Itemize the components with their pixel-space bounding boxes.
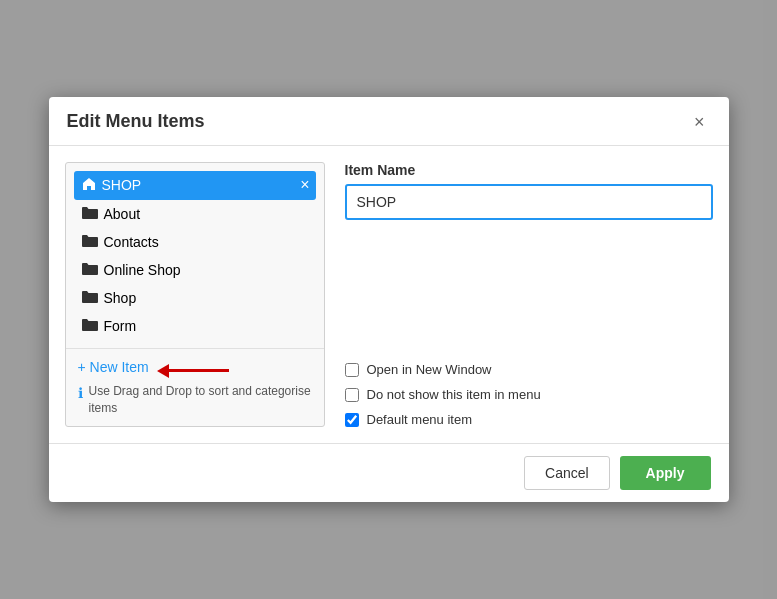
item-name-label: Item Name	[345, 162, 713, 178]
default-menu-label: Default menu item	[367, 412, 473, 427]
drag-hint: ℹ Use Drag and Drop to sort and categori…	[78, 383, 312, 417]
modal-overlay: Edit Menu Items × SHOP	[0, 0, 777, 599]
menu-item-form[interactable]: Form	[74, 312, 316, 340]
default-menu-row[interactable]: Default menu item	[345, 412, 713, 427]
modal-header: Edit Menu Items ×	[49, 97, 729, 146]
folder-icon-contacts	[82, 234, 98, 250]
menu-item-about[interactable]: About	[74, 200, 316, 228]
folder-icon-shop2	[82, 290, 98, 306]
right-panel: Item Name Open in New Window Do not show…	[345, 162, 713, 428]
cancel-button[interactable]: Cancel	[524, 456, 610, 490]
drag-hint-text: Use Drag and Drop to sort and categorise…	[89, 383, 312, 417]
info-icon: ℹ	[78, 384, 83, 404]
close-button[interactable]: ×	[688, 111, 711, 133]
do-not-show-label: Do not show this item in menu	[367, 387, 541, 402]
open-new-window-label: Open in New Window	[367, 362, 492, 377]
menu-item-form-label: Form	[104, 318, 137, 334]
checkboxes-section: Open in New Window Do not show this item…	[345, 362, 713, 427]
modal-footer: Cancel Apply	[49, 443, 729, 502]
menu-item-contacts-label: Contacts	[104, 234, 159, 250]
arrow-head	[157, 364, 169, 378]
menu-item-online-shop[interactable]: Online Shop	[74, 256, 316, 284]
arrow-decoration	[157, 364, 229, 378]
menu-item-shop2[interactable]: Shop	[74, 284, 316, 312]
folder-icon-online-shop	[82, 262, 98, 278]
do-not-show-row[interactable]: Do not show this item in menu	[345, 387, 713, 402]
menu-list-footer: + New Item ℹ Use Drag and Drop to sort a…	[66, 348, 324, 427]
menu-item-shop2-label: Shop	[104, 290, 137, 306]
menu-item-contacts[interactable]: Contacts	[74, 228, 316, 256]
menu-item-online-shop-label: Online Shop	[104, 262, 181, 278]
do-not-show-checkbox[interactable]	[345, 388, 359, 402]
folder-icon-form	[82, 318, 98, 334]
menu-item-shop[interactable]: SHOP ×	[74, 171, 316, 200]
folder-icon-about	[82, 206, 98, 222]
open-new-window-checkbox[interactable]	[345, 363, 359, 377]
menu-item-about-label: About	[104, 206, 141, 222]
open-new-window-row[interactable]: Open in New Window	[345, 362, 713, 377]
item-name-input[interactable]	[345, 184, 713, 220]
edit-menu-items-dialog: Edit Menu Items × SHOP	[49, 97, 729, 503]
new-item-button[interactable]: + New Item	[78, 359, 149, 375]
menu-item-shop-label: SHOP	[102, 177, 142, 193]
menu-items-container: SHOP × About	[66, 163, 324, 348]
remove-shop-button[interactable]: ×	[300, 177, 309, 193]
default-menu-checkbox[interactable]	[345, 413, 359, 427]
arrow-line	[169, 369, 229, 372]
modal-body: SHOP × About	[49, 146, 729, 444]
apply-button[interactable]: Apply	[620, 456, 711, 490]
menu-list-panel: SHOP × About	[65, 162, 325, 428]
home-icon	[82, 177, 96, 194]
new-item-row: + New Item	[78, 359, 312, 383]
modal-title: Edit Menu Items	[67, 111, 205, 132]
item-name-section: Item Name	[345, 162, 713, 220]
